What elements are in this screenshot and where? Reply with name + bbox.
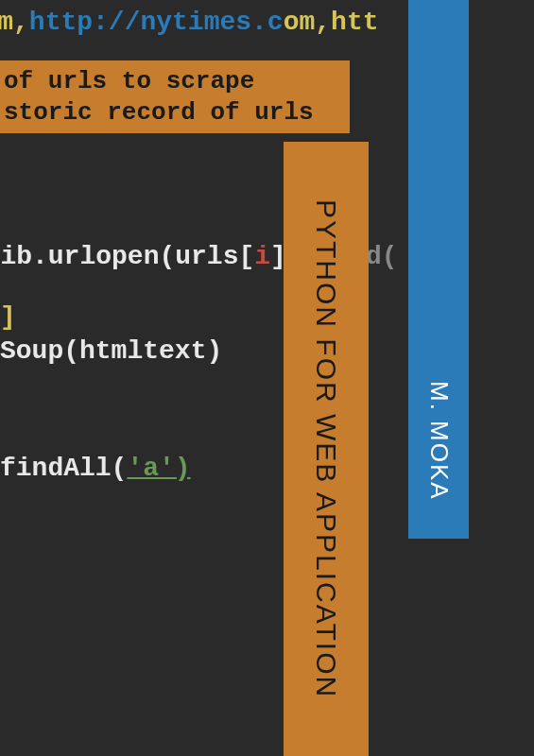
- text: om: [284, 8, 316, 37]
- comment-line: of urls to scrape: [4, 66, 350, 97]
- comment-line: storic record of urls: [4, 97, 350, 129]
- text: rllib.urlopen(urls[: [0, 242, 254, 271]
- author-name: M. MOKA: [424, 381, 454, 501]
- code-findall-line: findAll('a'): [0, 450, 191, 487]
- book-title: PYTHON FOR WEB APPLICATION: [310, 199, 342, 698]
- url-text: http://nytimes.c: [29, 8, 284, 37]
- text: findAll(: [0, 454, 127, 483]
- text: s.com,: [0, 8, 29, 37]
- comment-box: of urls to scrape storic record of urls: [0, 60, 350, 133]
- var-text: i: [254, 242, 270, 271]
- author-bar: M. MOKA: [408, 0, 469, 539]
- string-text: 'a'): [127, 454, 190, 483]
- title-bar: PYTHON FOR WEB APPLICATION: [284, 142, 369, 756]
- code-soup-line: Soup(htmltext): [0, 333, 222, 369]
- text: ,htt: [315, 8, 378, 37]
- code-bracket: ]: [0, 299, 16, 335]
